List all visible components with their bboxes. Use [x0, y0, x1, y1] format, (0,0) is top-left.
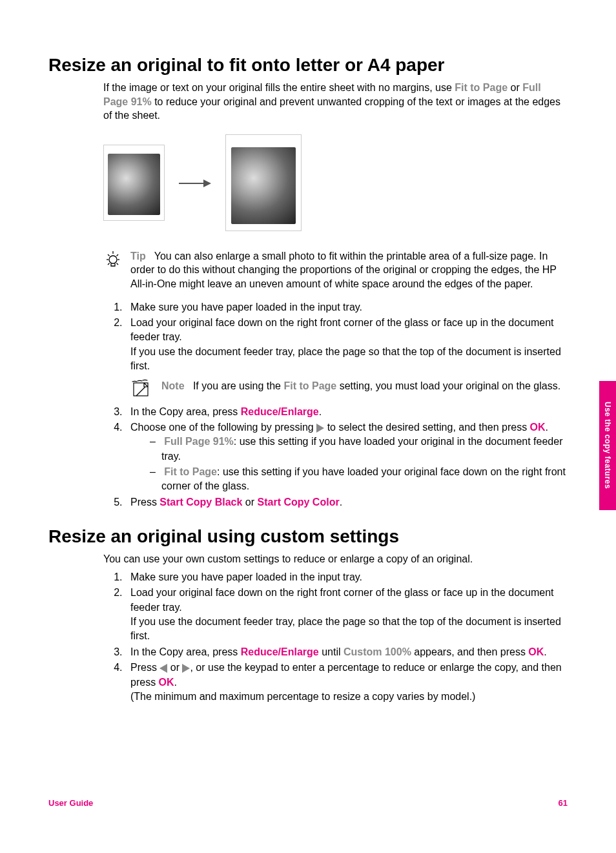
side-tab: Use the copy features: [599, 381, 616, 510]
step-1: Make sure you have paper loaded in the i…: [125, 570, 568, 584]
text: or: [242, 497, 257, 508]
text: Press: [130, 497, 159, 508]
triangle-right-icon: [182, 664, 190, 673]
text: : use this setting if you have loaded yo…: [161, 466, 566, 491]
svg-marker-1: [203, 180, 211, 187]
text: .: [340, 497, 342, 508]
step-5: Press Start Copy Black or Start Copy Col…: [125, 495, 568, 509]
footer-left: User Guide: [48, 798, 93, 808]
note-icon: [130, 379, 154, 398]
text: .: [319, 406, 322, 417]
text: setting, you must load your original on …: [336, 380, 560, 391]
svg-line-9: [117, 263, 119, 265]
intro-paragraph-2: You can use your own custom settings to …: [103, 552, 568, 566]
step-2: Load your original face down on the righ…: [125, 316, 568, 398]
steps-list-2: Make sure you have paper loaded in the i…: [103, 570, 568, 704]
full-page-91-label: Full Page 91%: [164, 436, 234, 447]
step-4: Choose one of the following by pressing …: [125, 420, 568, 494]
text: In the Copy area, press: [130, 406, 241, 417]
text: Press: [130, 662, 159, 673]
resize-illustration: [103, 134, 568, 231]
svg-point-2: [109, 256, 117, 263]
section-heading-resize-letter-a4: Resize an original to fit onto letter or…: [48, 55, 568, 76]
step-4-sublist: – Full Page 91%: use this setting if you…: [130, 435, 568, 494]
text: to reduce your original and prevent unwa…: [103, 96, 560, 121]
fit-to-page-label: Fit to Page: [164, 466, 217, 477]
svg-line-8: [108, 263, 110, 265]
tip-callout: Tip You can also enlarge a small photo t…: [103, 249, 568, 291]
text: until: [319, 646, 344, 657]
triangle-right-icon: [316, 424, 324, 433]
ok-button-label: OK: [530, 422, 546, 433]
text: .: [546, 422, 548, 433]
tip-label: Tip: [130, 251, 146, 262]
text: Load your original face down on the righ…: [130, 317, 554, 342]
fit-to-page-label: Fit to Page: [283, 380, 336, 391]
text: (The minimum and maximum percentage to r…: [130, 691, 475, 702]
intro-paragraph: If the image or text on your original fi…: [103, 81, 568, 123]
note-label: Note: [161, 380, 185, 391]
text: or: [508, 82, 522, 93]
text: If the image or text on your original fi…: [103, 82, 455, 93]
text: Load your original face down on the righ…: [130, 587, 554, 612]
text: appears, and then press: [411, 646, 528, 657]
step-1: Make sure you have paper loaded in the i…: [125, 300, 568, 314]
steps-list-1: Make sure you have paper loaded in the i…: [103, 300, 568, 510]
sub-bullet-1: – Full Page 91%: use this setting if you…: [150, 435, 568, 464]
text: If you use the document feeder tray, pla…: [130, 346, 561, 371]
side-tab-label: Use the copy features: [603, 402, 612, 489]
text: to select the desired setting, and then …: [324, 422, 529, 433]
reduce-enlarge-button-label: Reduce/Enlarge: [241, 646, 319, 657]
text: In the Copy area, press: [130, 646, 241, 657]
section-heading-custom-settings: Resize an original using custom settings: [48, 526, 568, 547]
text: or: [167, 662, 182, 673]
custom-100-label: Custom 100%: [344, 646, 411, 657]
text: Choose one of the following by pressing: [130, 422, 316, 433]
start-copy-color-label: Start Copy Color: [258, 497, 340, 508]
step-3: In the Copy area, press Reduce/Enlarge u…: [125, 645, 568, 659]
lightbulb-icon: [103, 249, 123, 291]
text: , or use the keypad to enter a percentag…: [130, 662, 562, 687]
text: .: [544, 646, 546, 657]
arrow-right-icon: [179, 172, 211, 192]
triangle-left-icon: [159, 664, 167, 673]
step-2: Load your original face down on the righ…: [125, 586, 568, 644]
note-callout: Note If you are using the Fit to Page se…: [130, 379, 568, 398]
tip-body-text: You can also enlarge a small photo to fi…: [130, 251, 557, 289]
ok-button-label: OK: [159, 677, 174, 688]
reduce-enlarge-button-label: Reduce/Enlarge: [241, 406, 319, 417]
step-4: Press or , or use the keypad to enter a …: [125, 661, 568, 704]
page-number: 61: [559, 798, 568, 808]
step-3: In the Copy area, press Reduce/Enlarge.: [125, 405, 568, 419]
illustration-small-image: [103, 145, 165, 221]
page-footer: User Guide 61: [48, 798, 568, 808]
tip-body: [149, 251, 154, 262]
text: If you use the document feeder tray, pla…: [130, 616, 561, 641]
text: .: [174, 677, 177, 688]
svg-line-6: [108, 254, 110, 256]
illustration-large-image: [225, 134, 302, 231]
sub-bullet-2: – Fit to Page: use this setting if you h…: [150, 465, 568, 494]
ok-button-label: OK: [528, 646, 544, 657]
fit-to-page-label: Fit to Page: [455, 82, 508, 93]
text: If you are using the: [193, 380, 284, 391]
start-copy-black-label: Start Copy Black: [159, 497, 242, 508]
svg-line-7: [117, 254, 119, 256]
spacer: [187, 380, 193, 391]
